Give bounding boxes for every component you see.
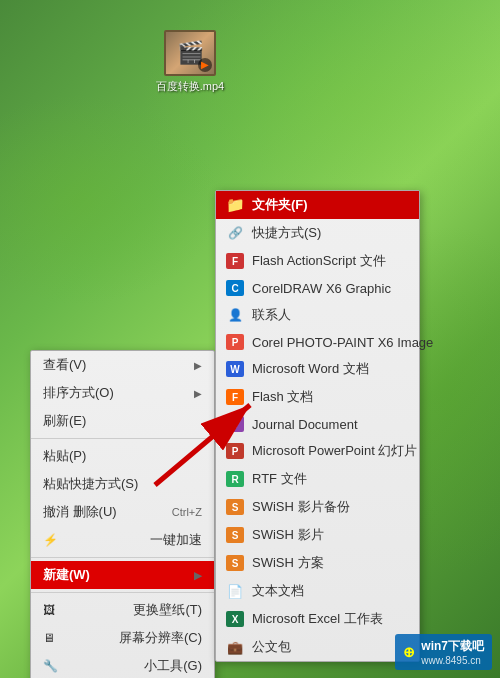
journal-icon: J xyxy=(226,416,244,432)
desktop-icon-video[interactable]: 百度转换.mp4 xyxy=(155,30,225,94)
new-brief-item[interactable]: 💼 公文包 xyxy=(216,633,419,661)
text-icon: 📄 xyxy=(226,583,244,599)
menu-separator xyxy=(31,438,214,439)
arrow-icon: ▶ xyxy=(194,360,202,371)
desktop: 百度转换.mp4 查看(V) ▶ 排序方式(O) ▶ 刷新(E) 粘贴(P) 粘… xyxy=(0,0,500,678)
new-corel-photo-item[interactable]: P Corel PHOTO-PAINT X6 Image xyxy=(216,329,419,355)
gadgets-icon: 🔧 xyxy=(43,659,58,673)
resolution-icon: 🖥 xyxy=(43,631,55,645)
menu-item-paste-shortcut[interactable]: 粘贴快捷方式(S) xyxy=(31,470,214,498)
rtf-icon: R xyxy=(226,471,244,487)
menu-item-refresh[interactable]: 刷新(E) xyxy=(31,407,214,435)
new-submenu: 📁 文件夹(F) 🔗 快捷方式(S) F Flash ActionScript … xyxy=(215,190,420,662)
shortcut-icon: 🔗 xyxy=(226,225,244,241)
menu-item-gadgets[interactable]: 🔧 小工具(G) xyxy=(31,652,214,678)
wallpaper-icon: 🖼 xyxy=(43,603,55,617)
arrow-icon: ▶ xyxy=(194,388,202,399)
new-rtf-item[interactable]: R RTF 文件 xyxy=(216,465,419,493)
new-journal-item[interactable]: J Journal Document xyxy=(216,411,419,437)
folder-icon: 📁 xyxy=(226,197,244,213)
new-swish-backup-item[interactable]: S SWiSH 影片备份 xyxy=(216,493,419,521)
menu-item-new[interactable]: 新建(W) ▶ xyxy=(31,561,214,589)
new-shortcut-item[interactable]: 🔗 快捷方式(S) xyxy=(216,219,419,247)
new-word-item[interactable]: W Microsoft Word 文档 xyxy=(216,355,419,383)
new-flash-doc-item[interactable]: F Flash 文档 xyxy=(216,383,419,411)
menu-separator-3 xyxy=(31,592,214,593)
word-icon: W xyxy=(226,361,244,377)
menu-item-undo[interactable]: 撤消 删除(U) Ctrl+Z xyxy=(31,498,214,526)
arrow-icon: ▶ xyxy=(194,570,202,581)
menu-item-accelerate[interactable]: ⚡ 一键加速 xyxy=(31,526,214,554)
shortcut-key: Ctrl+Z xyxy=(172,506,202,518)
swish-plan-icon: S xyxy=(226,555,244,571)
menu-item-paste[interactable]: 粘贴(P) xyxy=(31,442,214,470)
new-contact-item[interactable]: 👤 联系人 xyxy=(216,301,419,329)
watermark-text: win7下载吧 www.8495.cn xyxy=(421,638,484,666)
menu-item-wallpaper[interactable]: 🖼 更换壁纸(T) xyxy=(31,596,214,624)
watermark-logo: ⊕ xyxy=(403,644,415,660)
brief-icon: 💼 xyxy=(226,639,244,655)
contact-icon: 👤 xyxy=(226,307,244,323)
new-swish-plan-item[interactable]: S SWiSH 方案 xyxy=(216,549,419,577)
video-icon-image xyxy=(164,30,216,76)
flash-action-icon: F xyxy=(226,253,244,269)
flash-doc-icon: F xyxy=(226,389,244,405)
new-swish-movie-item[interactable]: S SWiSH 影片 xyxy=(216,521,419,549)
watermark: ⊕ win7下载吧 www.8495.cn xyxy=(395,634,492,670)
swish-backup-icon: S xyxy=(226,499,244,515)
new-ppt-item[interactable]: P Microsoft PowerPoint 幻灯片 xyxy=(216,437,419,465)
menu-item-resolution[interactable]: 🖥 屏幕分辨率(C) xyxy=(31,624,214,652)
new-excel-item[interactable]: X Microsoft Excel 工作表 xyxy=(216,605,419,633)
ppt-icon: P xyxy=(226,443,244,459)
new-folder-item[interactable]: 📁 文件夹(F) xyxy=(216,191,419,219)
accelerate-icon: ⚡ xyxy=(43,533,58,547)
menu-item-view[interactable]: 查看(V) ▶ xyxy=(31,351,214,379)
desktop-context-menu: 查看(V) ▶ 排序方式(O) ▶ 刷新(E) 粘贴(P) 粘贴快捷方式(S) … xyxy=(30,350,215,678)
excel-icon: X xyxy=(226,611,244,627)
desktop-icon-label: 百度转换.mp4 xyxy=(156,79,224,94)
new-coreldraw-item[interactable]: C CorelDRAW X6 Graphic xyxy=(216,275,419,301)
menu-item-sort[interactable]: 排序方式(O) ▶ xyxy=(31,379,214,407)
coreldraw-icon: C xyxy=(226,280,244,296)
new-text-item[interactable]: 📄 文本文档 xyxy=(216,577,419,605)
corel-photo-icon: P xyxy=(226,334,244,350)
swish-movie-icon: S xyxy=(226,527,244,543)
new-flash-action-item[interactable]: F Flash ActionScript 文件 xyxy=(216,247,419,275)
menu-separator-2 xyxy=(31,557,214,558)
